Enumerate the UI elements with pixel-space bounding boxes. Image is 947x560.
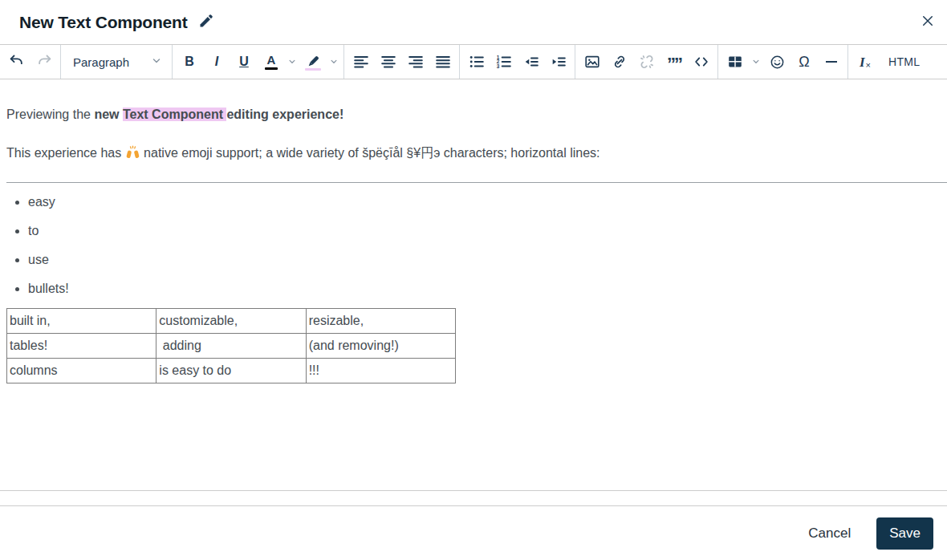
bullet-list-button[interactable]: [463, 48, 490, 75]
editor-toolbar: Paragraph B I U A: [0, 44, 947, 79]
svg-text:3: 3: [497, 63, 500, 69]
chevron-down-icon: [752, 56, 760, 68]
special-character-button[interactable]: Ω: [791, 48, 818, 75]
table-cell: customizable,: [156, 309, 306, 334]
table-button[interactable]: [721, 48, 749, 75]
align-center-button[interactable]: [375, 48, 402, 75]
table-cell: resizable,: [306, 309, 455, 334]
inline-format-group: B I U A: [173, 45, 344, 79]
list-item: easy: [28, 193, 941, 212]
align-left-button[interactable]: [348, 48, 375, 75]
table-cell: built in,: [7, 309, 156, 334]
table-cell: tables!: [7, 334, 156, 359]
highlight-color-button[interactable]: [299, 48, 327, 75]
list-item: use: [28, 250, 941, 270]
footer-spacer: [0, 491, 947, 505]
table-row: tables! adding (and removing!): [7, 334, 456, 359]
bullet-list-icon: [468, 53, 486, 71]
align-justify-button[interactable]: [429, 48, 457, 75]
clear-formatting-icon: I×: [860, 55, 871, 69]
paragraph: Previewing the new Text Component editin…: [6, 105, 941, 124]
save-button[interactable]: Save: [876, 517, 933, 550]
outdent-button[interactable]: [518, 48, 545, 75]
table-cell: !!!: [306, 359, 455, 383]
edit-title-button[interactable]: [198, 13, 214, 31]
align-left-icon: [352, 53, 370, 71]
align-right-icon: [407, 53, 425, 71]
html-view-button[interactable]: HTML: [879, 48, 929, 75]
objects-group: Ω: [718, 45, 848, 79]
redo-button[interactable]: [30, 48, 58, 75]
italic-icon: I: [215, 55, 218, 68]
align-group: [344, 45, 460, 79]
outdent-icon: [522, 53, 540, 71]
table-icon: [726, 53, 744, 71]
chevron-down-icon: [288, 56, 296, 68]
insert-link-button[interactable]: [606, 48, 633, 75]
insert-group: ””: [575, 45, 718, 79]
list-item: bullets!: [28, 279, 941, 298]
image-icon: [583, 53, 601, 71]
blockquote-icon: ””: [667, 60, 681, 68]
page-title: New Text Component: [19, 13, 188, 32]
history-group: [0, 45, 61, 79]
align-right-button[interactable]: [402, 48, 429, 75]
modal-header: New Text Component: [0, 0, 947, 44]
indent-icon: [550, 53, 567, 71]
misc-group: I× HTML: [848, 45, 932, 79]
modal-footer: Cancel Save: [0, 505, 947, 560]
indent-button[interactable]: [545, 48, 572, 75]
content-table: built in, customizable, resizable, table…: [6, 308, 456, 383]
insert-image-button[interactable]: [579, 48, 606, 75]
numbered-list-button[interactable]: 123: [490, 48, 518, 75]
editor-content[interactable]: Previewing the new Text Component editin…: [0, 79, 947, 491]
close-button[interactable]: [921, 14, 935, 30]
list-group: 123: [460, 45, 575, 79]
table-row: built in, customizable, resizable,: [7, 309, 456, 334]
redo-icon: [35, 53, 53, 71]
link-icon: [611, 53, 628, 71]
align-justify-icon: [434, 53, 452, 71]
emoji-button[interactable]: [763, 48, 791, 75]
block-format-group: Paragraph: [61, 45, 173, 79]
bold-button[interactable]: B: [176, 48, 203, 75]
unlink-icon: [638, 53, 656, 71]
chevron-down-icon: [152, 56, 161, 68]
horizontal-line-button[interactable]: [818, 48, 845, 75]
pencil-icon: [198, 13, 214, 31]
underline-icon: U: [239, 55, 249, 68]
html-label: HTML: [888, 55, 920, 68]
paragraph-style-dropdown[interactable]: Paragraph: [64, 48, 169, 75]
highlight-color-dropdown[interactable]: [327, 48, 341, 75]
omega-icon: Ω: [799, 55, 809, 69]
bold-icon: B: [185, 55, 194, 68]
undo-button[interactable]: [3, 48, 30, 75]
cancel-button[interactable]: Cancel: [803, 519, 856, 548]
text-color-swatch: [265, 67, 278, 70]
close-icon: [921, 14, 935, 30]
highlight-color-swatch: [305, 68, 321, 71]
underline-button[interactable]: U: [230, 48, 258, 75]
align-center-icon: [380, 53, 397, 71]
remove-link-button[interactable]: [633, 48, 660, 75]
undo-icon: [8, 53, 26, 71]
blockquote-button[interactable]: ””: [660, 48, 688, 75]
text-color-dropdown[interactable]: [285, 48, 299, 75]
paragraph-style-label: Paragraph: [73, 55, 129, 69]
horizontal-line-icon: [826, 61, 837, 63]
raising-hands-emoji: [125, 144, 140, 160]
highlighted-text: Text Component: [123, 108, 226, 121]
table-dropdown[interactable]: [749, 48, 763, 75]
table-cell: columns: [7, 359, 156, 383]
bullet-list: easy to use bullets!: [6, 193, 941, 298]
italic-button[interactable]: I: [203, 48, 230, 75]
numbered-list-icon: 123: [495, 53, 513, 71]
text-color-button[interactable]: A: [258, 48, 285, 75]
clear-formatting-button[interactable]: I×: [851, 48, 879, 75]
highlighter-pen-icon: [306, 54, 321, 67]
text-color-icon: A: [267, 54, 276, 66]
chevron-down-icon: [330, 56, 338, 68]
list-item: to: [28, 221, 941, 241]
code-button[interactable]: [688, 48, 715, 75]
code-icon: [693, 53, 710, 71]
